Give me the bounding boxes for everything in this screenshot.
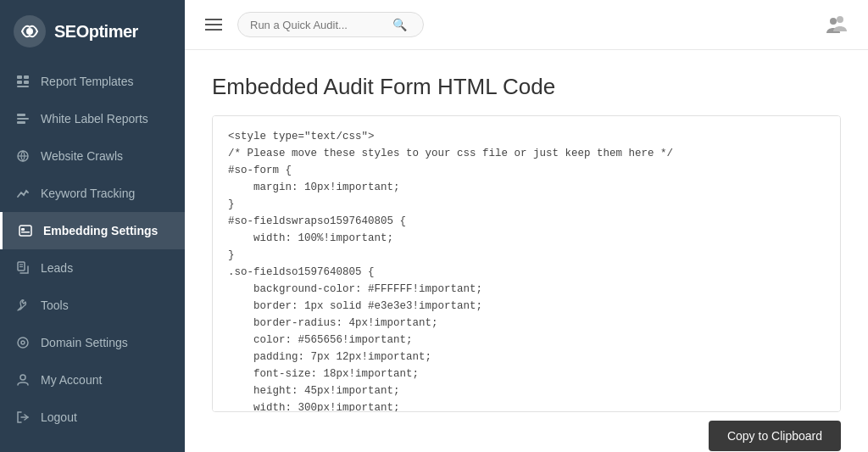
- code-container[interactable]: <style type="text/css"> /* Please move t…: [212, 115, 841, 412]
- search-bar: 🔍: [237, 12, 424, 37]
- svg-rect-4: [17, 81, 22, 84]
- svg-rect-7: [17, 114, 25, 116]
- topbar-right: [822, 10, 851, 39]
- svg-point-22: [830, 18, 837, 25]
- hamburger-line-3: [205, 29, 222, 31]
- hamburger-line-2: [205, 24, 222, 25]
- svg-rect-14: [21, 232, 30, 233]
- svg-point-18: [18, 338, 28, 348]
- sidebar-item-logout[interactable]: Logout: [0, 399, 185, 436]
- logo: SEOptimer: [0, 0, 185, 63]
- sidebar-nav: Report Templates White Label Reports Web…: [0, 63, 185, 452]
- sidebar-item-white-label-reports[interactable]: White Label Reports: [0, 100, 185, 137]
- user-avatar[interactable]: [822, 10, 851, 39]
- topbar: 🔍: [185, 0, 868, 50]
- sidebar-label-white-label-reports: White Label Reports: [41, 112, 148, 126]
- keyword-icon: [15, 186, 31, 201]
- svg-point-20: [20, 375, 25, 380]
- template-icon: [15, 74, 31, 89]
- sidebar-label-leads: Leads: [41, 261, 73, 275]
- main-content: 🔍 Embedded Audit Form HTML Code <style t…: [185, 0, 868, 452]
- sidebar-item-my-account[interactable]: My Account: [0, 361, 185, 399]
- tools-icon: [15, 298, 31, 313]
- svg-rect-5: [24, 81, 29, 84]
- sidebar: SEOptimer Report Templates White Label R…: [0, 0, 185, 452]
- crawl-icon: [15, 148, 31, 164]
- sidebar-item-domain-settings[interactable]: Domain Settings: [0, 324, 185, 361]
- user-avatar-icon: [823, 11, 850, 38]
- sidebar-label-logout: Logout: [41, 410, 77, 424]
- hamburger-line-1: [205, 19, 222, 20]
- sidebar-label-domain-settings: Domain Settings: [41, 336, 128, 349]
- svg-point-23: [837, 16, 843, 23]
- svg-rect-6: [17, 86, 29, 87]
- svg-rect-3: [24, 75, 29, 79]
- svg-rect-9: [17, 121, 25, 124]
- sidebar-item-leads[interactable]: Leads: [0, 249, 185, 287]
- code-block: <style type="text/css"> /* Please move t…: [213, 116, 840, 412]
- sidebar-item-embedding-settings[interactable]: Embedding Settings: [0, 212, 185, 249]
- embed-icon: [18, 223, 33, 238]
- leads-icon: [15, 260, 31, 276]
- sidebar-item-website-crawls[interactable]: Website Crawls: [0, 137, 185, 175]
- logo-icon: [14, 15, 46, 47]
- sidebar-label-tools: Tools: [41, 299, 69, 312]
- hamburger-button[interactable]: [202, 15, 225, 34]
- svg-point-19: [21, 341, 25, 344]
- sidebar-label-keyword-tracking: Keyword Tracking: [41, 187, 135, 200]
- page-title: Embedded Audit Form HTML Code: [212, 74, 841, 100]
- sidebar-label-my-account: My Account: [41, 373, 102, 387]
- search-icon: 🔍: [392, 18, 407, 31]
- sidebar-label-website-crawls: Website Crawls: [41, 149, 123, 163]
- sidebar-item-report-templates[interactable]: Report Templates: [0, 63, 185, 100]
- search-input[interactable]: [250, 19, 386, 31]
- svg-rect-13: [21, 228, 25, 231]
- svg-rect-8: [17, 118, 29, 120]
- sidebar-item-keyword-tracking[interactable]: Keyword Tracking: [0, 175, 185, 212]
- app-title: SEOptimer: [54, 22, 138, 42]
- sidebar-label-embedding-settings: Embedding Settings: [43, 224, 158, 237]
- svg-rect-2: [17, 75, 22, 79]
- sidebar-item-tools[interactable]: Tools: [0, 287, 185, 324]
- page-content: Embedded Audit Form HTML Code <style typ…: [185, 50, 868, 452]
- logout-icon: [15, 410, 31, 425]
- label-icon: [15, 111, 31, 126]
- copy-to-clipboard-button[interactable]: Copy to Clipboard: [709, 421, 841, 451]
- domain-icon: [15, 335, 31, 350]
- bottom-bar: Copy to Clipboard: [212, 412, 841, 451]
- svg-point-1: [26, 28, 33, 35]
- sidebar-label-report-templates: Report Templates: [41, 75, 133, 88]
- account-icon: [15, 372, 31, 388]
- svg-rect-12: [19, 226, 31, 236]
